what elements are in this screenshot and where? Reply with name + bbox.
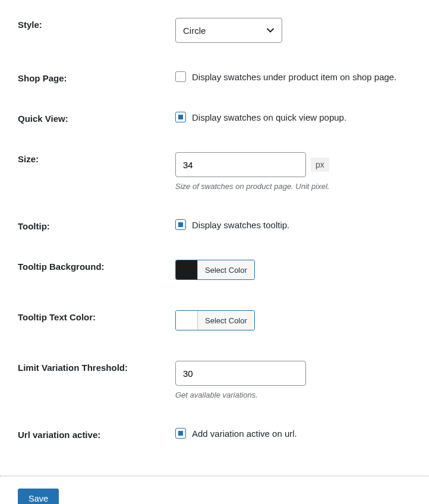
tooltip-bg-swatch bbox=[176, 260, 197, 279]
shop-page-label: Shop Page: bbox=[18, 71, 175, 83]
url-variation-label: Url variation active: bbox=[18, 428, 175, 440]
tooltip-label: Tooltip: bbox=[18, 219, 175, 231]
tooltip-field: Display swatches tooltip. bbox=[175, 219, 411, 230]
url-variation-checkbox[interactable] bbox=[175, 428, 186, 439]
quick-view-field: Display swatches on quick view popup. bbox=[175, 112, 411, 122]
quick-view-checkbox-label: Display swatches on quick view popup. bbox=[192, 112, 346, 122]
shop-page-checkbox-row: Display swatches under product item on s… bbox=[175, 71, 411, 82]
style-select[interactable] bbox=[175, 18, 282, 43]
row-tooltip-text: Tooltip Text Color: Select Color bbox=[18, 310, 411, 332]
limit-threshold-field: Get available variations. bbox=[175, 361, 411, 399]
quick-view-checkbox-row: Display swatches on quick view popup. bbox=[175, 112, 411, 122]
row-style: Style: bbox=[18, 18, 411, 43]
save-button[interactable]: Save bbox=[18, 489, 59, 504]
size-field: px Size of swatches on product page. Uni… bbox=[175, 152, 411, 191]
tooltip-checkbox-label: Display swatches tooltip. bbox=[192, 220, 289, 230]
quick-view-label: Quick View: bbox=[18, 112, 175, 124]
row-size: Size: px Size of swatches on product pag… bbox=[18, 152, 411, 191]
tooltip-bg-select-button[interactable]: Select Color bbox=[197, 260, 254, 279]
row-tooltip: Tooltip: Display swatches tooltip. bbox=[18, 219, 411, 231]
quick-view-checkbox[interactable] bbox=[175, 112, 186, 122]
tooltip-bg-color-picker[interactable]: Select Color bbox=[175, 260, 255, 280]
size-label: Size: bbox=[18, 152, 175, 164]
checkbox-inner-icon bbox=[178, 115, 183, 119]
row-url-variation: Url variation active: Add variation acti… bbox=[18, 428, 411, 440]
size-input[interactable] bbox=[175, 152, 306, 177]
row-quick-view: Quick View: Display swatches on quick vi… bbox=[18, 112, 411, 124]
style-select-wrap bbox=[175, 18, 282, 43]
url-variation-checkbox-row: Add variation active on url. bbox=[175, 428, 411, 439]
row-limit-threshold: Limit Variation Threshold: Get available… bbox=[18, 361, 411, 399]
checkbox-inner-icon bbox=[178, 222, 183, 227]
tooltip-checkbox-row: Display swatches tooltip. bbox=[175, 219, 411, 230]
shop-page-checkbox[interactable] bbox=[175, 71, 186, 82]
size-input-group: px bbox=[175, 152, 411, 177]
footer: Save bbox=[0, 477, 429, 504]
url-variation-field: Add variation active on url. bbox=[175, 428, 411, 439]
tooltip-bg-field: Select Color bbox=[175, 260, 411, 282]
size-help: Size of swatches on product page. Unit p… bbox=[175, 182, 411, 191]
checkbox-inner-icon bbox=[178, 431, 183, 436]
tooltip-text-swatch bbox=[176, 311, 197, 330]
shop-page-checkbox-label: Display swatches under product item on s… bbox=[192, 72, 396, 82]
tooltip-checkbox[interactable] bbox=[175, 219, 186, 230]
settings-form: Style: Shop Page: Display swatches under… bbox=[0, 0, 429, 475]
limit-threshold-label: Limit Variation Threshold: bbox=[18, 361, 175, 373]
url-variation-checkbox-label: Add variation active on url. bbox=[192, 429, 297, 439]
tooltip-bg-label: Tooltip Background: bbox=[18, 260, 175, 272]
limit-threshold-help: Get available variations. bbox=[175, 390, 411, 399]
row-shop-page: Shop Page: Display swatches under produc… bbox=[18, 71, 411, 83]
size-unit: px bbox=[311, 158, 329, 172]
row-tooltip-bg: Tooltip Background: Select Color bbox=[18, 260, 411, 282]
tooltip-text-select-button[interactable]: Select Color bbox=[197, 311, 254, 330]
style-field bbox=[175, 18, 411, 43]
tooltip-text-label: Tooltip Text Color: bbox=[18, 310, 175, 322]
tooltip-text-field: Select Color bbox=[175, 310, 411, 332]
tooltip-text-color-picker[interactable]: Select Color bbox=[175, 310, 255, 330]
shop-page-field: Display swatches under product item on s… bbox=[175, 71, 411, 82]
style-label: Style: bbox=[18, 18, 175, 30]
limit-threshold-input[interactable] bbox=[175, 361, 306, 386]
